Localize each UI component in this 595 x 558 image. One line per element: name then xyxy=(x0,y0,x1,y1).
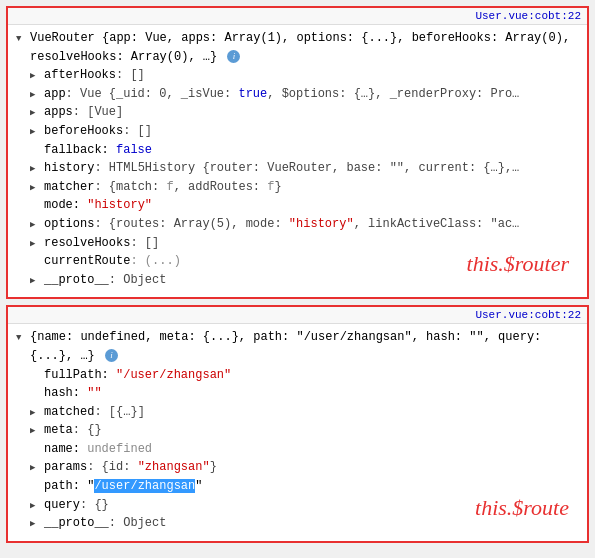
bottom-panel: User.vue:cobt:22 {name: undefined, meta:… xyxy=(6,305,589,543)
row-query: query: {} xyxy=(16,496,579,515)
row-fullpath: fullPath: "/user/zhangsan" xyxy=(16,366,579,385)
bottom-panel-content: {name: undefined, meta: {...}, path: "/u… xyxy=(8,324,587,541)
row-params: params: {id: "zhangsan"} xyxy=(16,458,579,477)
row-proto-bottom: __proto__: Object xyxy=(16,514,579,533)
row-hash: hash: "" xyxy=(16,384,579,403)
resolvehooks-arrow[interactable] xyxy=(30,234,44,253)
bottom-header-text: User.vue:cobt:22 xyxy=(475,309,581,321)
row-mode: mode: "history" xyxy=(16,196,579,215)
afterhooks-arrow[interactable] xyxy=(30,66,44,85)
bottom-main-object-line: {name: undefined, meta: {...}, path: "/u… xyxy=(16,328,579,365)
row-matched: matched: [{…}] xyxy=(16,403,579,422)
top-main-object-line: VueRouter {app: Vue, apps: Array(1), opt… xyxy=(16,29,579,66)
app-arrow[interactable] xyxy=(30,85,44,104)
row-name: name: undefined xyxy=(16,440,579,459)
beforehooks-arrow[interactable] xyxy=(30,122,44,141)
row-beforehooks: beforeHooks: [] xyxy=(16,122,579,141)
row-history: history: HTML5History {router: VueRouter… xyxy=(16,159,579,178)
row-resolvehooks: resolveHooks: [] xyxy=(16,234,579,253)
top-panel-header: User.vue:cobt:22 xyxy=(8,8,587,25)
row-proto-top: __proto__: Object xyxy=(16,271,579,290)
bottom-info-icon[interactable]: i xyxy=(105,349,118,362)
proto-top-arrow[interactable] xyxy=(30,271,44,290)
path-highlight: /user/zhangsan xyxy=(94,479,195,493)
top-header-text: User.vue:cobt:22 xyxy=(475,10,581,22)
apps-arrow[interactable] xyxy=(30,103,44,122)
bottom-main-arrow[interactable] xyxy=(16,328,30,347)
history-arrow[interactable] xyxy=(30,159,44,178)
row-currentroute: currentRoute: (...) xyxy=(16,252,579,271)
top-main-object-text: VueRouter {app: Vue, apps: Array(1), opt… xyxy=(30,29,579,66)
row-matcher: matcher: {match: f, addRoutes: f} xyxy=(16,178,579,197)
proto-bottom-arrow[interactable] xyxy=(30,514,44,533)
bottom-main-object-text: {name: undefined, meta: {...}, path: "/u… xyxy=(30,328,579,365)
options-arrow[interactable] xyxy=(30,215,44,234)
row-apps: apps: [Vue] xyxy=(16,103,579,122)
top-info-icon[interactable]: i xyxy=(227,50,240,63)
top-main-arrow[interactable] xyxy=(16,29,30,48)
matched-arrow[interactable] xyxy=(30,403,44,422)
row-meta: meta: {} xyxy=(16,421,579,440)
row-options: options: {routes: Array(5), mode: "histo… xyxy=(16,215,579,234)
bottom-panel-header: User.vue:cobt:22 xyxy=(8,307,587,324)
top-panel-content: VueRouter {app: Vue, apps: Array(1), opt… xyxy=(8,25,587,297)
query-arrow[interactable] xyxy=(30,496,44,515)
params-arrow[interactable] xyxy=(30,458,44,477)
row-path: path: "/user/zhangsan" xyxy=(16,477,579,496)
row-app: app: Vue {_uid: 0, _isVue: true, $option… xyxy=(16,85,579,104)
matcher-arrow[interactable] xyxy=(30,178,44,197)
row-afterhooks: afterHooks: [] xyxy=(16,66,579,85)
row-fallback: fallback: false xyxy=(16,141,579,160)
top-panel: User.vue:cobt:22 VueRouter {app: Vue, ap… xyxy=(6,6,589,299)
meta-arrow[interactable] xyxy=(30,421,44,440)
